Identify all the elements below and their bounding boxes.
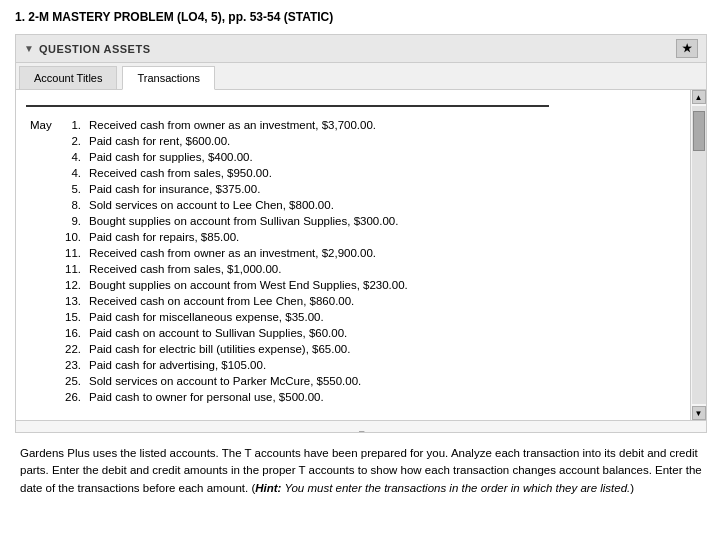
transaction-month [26,261,61,277]
transaction-number: 1. [61,117,85,133]
transaction-number: 4. [61,165,85,181]
transaction-description: Sold services on account to Parker McCur… [85,373,680,389]
transaction-month [26,229,61,245]
scroll-down-arrow[interactable]: ▼ [692,406,706,420]
transaction-number: 12. [61,277,85,293]
table-row: 8.Sold services on account to Lee Chen, … [26,197,680,213]
transactions-table: May1.Received cash from owner as an inve… [26,117,680,405]
transaction-number: 9. [61,213,85,229]
qa-header: ▼ QUESTION ASSETS ★ [16,35,706,63]
transaction-description: Bought supplies on account from West End… [85,277,680,293]
transaction-number: 10. [61,229,85,245]
table-row: 15.Paid cash for miscellaneous expense, … [26,309,680,325]
page-container: 1. 2-M MASTERY PROBLEM (LO4, 5), pp. 53-… [0,0,722,507]
transaction-description: Paid cash for miscellaneous expense, $35… [85,309,680,325]
transaction-month [26,277,61,293]
transaction-month [26,197,61,213]
scrollbar-thumb[interactable] [693,111,705,151]
transaction-number: 16. [61,325,85,341]
qa-header-left: ▼ QUESTION ASSETS [24,43,151,55]
transaction-month [26,325,61,341]
transaction-description: Paid cash for electric bill (utilities e… [85,341,680,357]
transaction-month [26,357,61,373]
transaction-description: Paid cash to owner for personal use, $50… [85,389,680,405]
table-row: 4.Paid cash for supplies, $400.00. [26,149,680,165]
divider-line [26,105,549,107]
tab-account-titles[interactable]: Account Titles [19,66,117,89]
problem-title: 1. 2-M MASTERY PROBLEM (LO4, 5), pp. 53-… [15,10,707,24]
transaction-description: Received cash on account from Lee Chen, … [85,293,680,309]
scroll-up-arrow[interactable]: ▲ [692,90,706,104]
transaction-month [26,245,61,261]
table-row: 4.Received cash from sales, $950.00. [26,165,680,181]
scrollbar-track[interactable] [692,106,706,404]
table-row: 12.Bought supplies on account from West … [26,277,680,293]
transaction-number: 11. [61,245,85,261]
table-row: 11.Received cash from sales, $1,000.00. [26,261,680,277]
qa-header-label: QUESTION ASSETS [39,43,151,55]
transaction-number: 13. [61,293,85,309]
transaction-month [26,165,61,181]
transaction-description: Paid cash for insurance, $375.00. [85,181,680,197]
table-row: 13.Received cash on account from Lee Che… [26,293,680,309]
table-row: 22.Paid cash for electric bill (utilitie… [26,341,680,357]
instructions: Gardens Plus uses the listed accounts. T… [15,445,707,497]
transaction-description: Received cash from owner as an investmen… [85,117,680,133]
transaction-month [26,149,61,165]
transaction-month [26,293,61,309]
table-row: 23.Paid cash for advertising, $105.00. [26,357,680,373]
transaction-number: 5. [61,181,85,197]
instructions-text: Gardens Plus uses the listed accounts. T… [20,447,702,494]
tabs-bar: Account Titles Transactions [16,63,706,90]
transaction-number: 25. [61,373,85,389]
transaction-number: 2. [61,133,85,149]
table-row: 9.Bought supplies on account from Sulliv… [26,213,680,229]
transaction-description: Paid cash for rent, $600.00. [85,133,680,149]
hint-text: Hint: You must enter the transactions in… [255,482,630,494]
bottom-scroll-indicator: ⎯ [16,420,706,432]
collapse-icon[interactable]: ▼ [24,43,34,54]
transaction-number: 11. [61,261,85,277]
transaction-month [26,213,61,229]
table-row: May1.Received cash from owner as an inve… [26,117,680,133]
transaction-number: 8. [61,197,85,213]
transaction-description: Sold services on account to Lee Chen, $8… [85,197,680,213]
tab-transactions[interactable]: Transactions [122,66,215,90]
hint-label: Hint: [255,482,281,494]
transaction-number: 26. [61,389,85,405]
question-assets-box: ▼ QUESTION ASSETS ★ Account Titles Trans… [15,34,707,433]
transaction-month: May [26,117,61,133]
transaction-month [26,373,61,389]
transaction-month [26,389,61,405]
transaction-description: Paid cash for supplies, $400.00. [85,149,680,165]
content-area: May1.Received cash from owner as an inve… [16,90,706,420]
transaction-description: Received cash from owner as an investmen… [85,245,680,261]
table-row: 10.Paid cash for repairs, $85.00. [26,229,680,245]
transaction-number: 22. [61,341,85,357]
table-row: 11.Received cash from owner as an invest… [26,245,680,261]
transaction-description: Paid cash for advertising, $105.00. [85,357,680,373]
transaction-description: Received cash from sales, $1,000.00. [85,261,680,277]
scrollbar-area: ▲ ▼ [690,90,706,420]
transaction-month [26,181,61,197]
table-row: 2.Paid cash for rent, $600.00. [26,133,680,149]
transactions-panel[interactable]: May1.Received cash from owner as an inve… [16,90,690,420]
transaction-description: Paid cash on account to Sullivan Supplie… [85,325,680,341]
table-row: 5.Paid cash for insurance, $375.00. [26,181,680,197]
transaction-month [26,341,61,357]
assets-action-button[interactable]: ★ [676,39,698,58]
table-row: 25.Sold services on account to Parker Mc… [26,373,680,389]
table-row: 16.Paid cash on account to Sullivan Supp… [26,325,680,341]
transaction-description: Bought supplies on account from Sullivan… [85,213,680,229]
transaction-month [26,309,61,325]
transaction-month [26,133,61,149]
transaction-number: 23. [61,357,85,373]
transaction-description: Paid cash for repairs, $85.00. [85,229,680,245]
table-row: 26.Paid cash to owner for personal use, … [26,389,680,405]
transaction-description: Received cash from sales, $950.00. [85,165,680,181]
transaction-number: 15. [61,309,85,325]
transaction-number: 4. [61,149,85,165]
